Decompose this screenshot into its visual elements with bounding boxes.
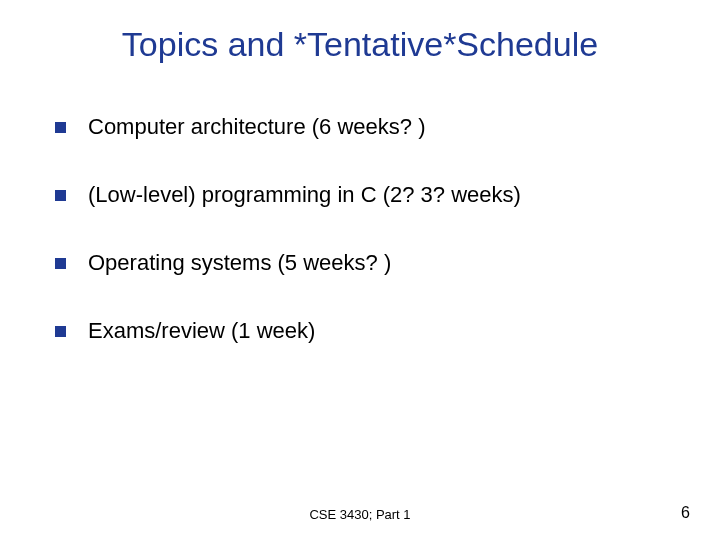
list-item: Computer architecture (6 weeks? )	[55, 114, 670, 140]
list-item: Operating systems (5 weeks? )	[55, 250, 670, 276]
list-item: (Low-level) programming in C (2? 3? week…	[55, 182, 670, 208]
bullet-text: Exams/review (1 week)	[88, 318, 315, 344]
slide-container: Topics and *Tentative*Schedule Computer …	[0, 0, 720, 540]
slide-number: 6	[681, 504, 690, 522]
footer-text: CSE 3430; Part 1	[0, 507, 720, 522]
bullet-list: Computer architecture (6 weeks? ) (Low-l…	[50, 114, 670, 344]
bullet-text: (Low-level) programming in C (2? 3? week…	[88, 182, 521, 208]
footer: CSE 3430; Part 1	[0, 507, 720, 522]
slide-title: Topics and *Tentative*Schedule	[50, 25, 670, 64]
square-bullet-icon	[55, 190, 66, 201]
square-bullet-icon	[55, 258, 66, 269]
list-item: Exams/review (1 week)	[55, 318, 670, 344]
bullet-text: Computer architecture (6 weeks? )	[88, 114, 425, 140]
bullet-text: Operating systems (5 weeks? )	[88, 250, 391, 276]
square-bullet-icon	[55, 122, 66, 133]
square-bullet-icon	[55, 326, 66, 337]
